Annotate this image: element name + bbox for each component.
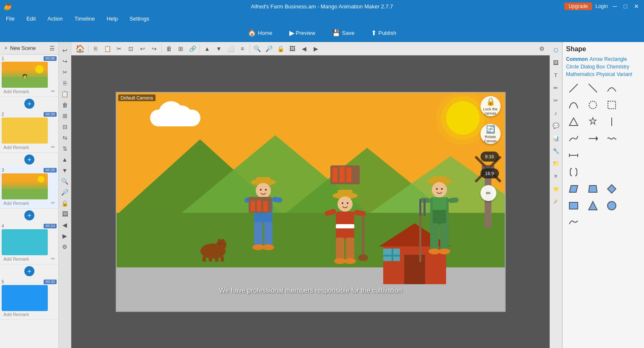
- scene-item-5[interactable]: 5 00:32 Add Remark: [0, 278, 58, 320]
- cat-rectangle[interactable]: Rectangle: [604, 56, 627, 62]
- ct-zoom-in[interactable]: 🔍: [252, 43, 262, 54]
- copy-button[interactable]: ⎘: [60, 78, 70, 88]
- login-button[interactable]: Login: [595, 3, 608, 9]
- zoom-in-button[interactable]: 🔍: [60, 176, 70, 186]
- shape-rect-dash[interactable]: [604, 97, 619, 113]
- shape-line-vert[interactable]: [604, 114, 619, 129]
- cat-circle[interactable]: Circle: [566, 64, 579, 70]
- rp-shapes-icon[interactable]: ⬡: [551, 45, 561, 55]
- cut-button[interactable]: ✂: [60, 67, 70, 77]
- shape-parallelogram[interactable]: [566, 181, 581, 196]
- group-button[interactable]: ⊞: [60, 111, 70, 121]
- shape-line2[interactable]: [566, 131, 581, 146]
- lock-canvas-button[interactable]: 🔒 Lock the canvas: [480, 96, 501, 116]
- scene-add-4[interactable]: ＋: [24, 266, 34, 276]
- home-button[interactable]: 🏠 Home: [244, 27, 277, 39]
- cat-chemistry[interactable]: Chemistry: [607, 64, 629, 70]
- scene-item-2[interactable]: 2 00:29 Add Remark ✏: [0, 110, 58, 153]
- rp-text-icon[interactable]: T: [551, 71, 561, 80]
- shape-curve1[interactable]: [566, 97, 581, 113]
- shape-trapezoid[interactable]: [585, 181, 600, 196]
- save-button[interactable]: 💾 Save: [328, 27, 359, 39]
- ct-group[interactable]: ⊞: [175, 43, 186, 54]
- cat-math[interactable]: Mathematics: [566, 71, 595, 77]
- send-back-button[interactable]: ▼: [60, 165, 70, 175]
- scene-edit-icon-3[interactable]: ✏: [51, 200, 55, 206]
- menu-file[interactable]: File: [3, 15, 17, 23]
- rp-pen-icon[interactable]: ✏: [551, 83, 561, 92]
- flip-h-button[interactable]: ⇆: [60, 133, 70, 143]
- rp-star-icon[interactable]: ⭐: [551, 184, 561, 193]
- ct-thumbnail[interactable]: 🖼: [287, 43, 298, 54]
- flip-v-button[interactable]: ⇅: [60, 144, 70, 154]
- rp-chat-icon[interactable]: 💬: [551, 121, 561, 130]
- ct-link[interactable]: 🔗: [187, 43, 198, 54]
- rp-layers-icon[interactable]: ≡: [551, 171, 561, 181]
- menu-timeline[interactable]: Timeline: [72, 15, 98, 23]
- ct-lock[interactable]: 🔒: [275, 43, 286, 54]
- ct-front[interactable]: ▲: [202, 43, 213, 54]
- minimize-button[interactable]: ─: [611, 3, 619, 10]
- lock-button[interactable]: 🔒: [60, 198, 70, 208]
- shape-wave[interactable]: [604, 131, 619, 146]
- ct-copy[interactable]: ⎘: [90, 43, 101, 54]
- scene-add-2[interactable]: ＋: [24, 154, 34, 165]
- thumbnail-button[interactable]: 🖼: [60, 209, 70, 219]
- cat-variant[interactable]: Variant: [617, 71, 632, 77]
- cat-dialog[interactable]: Dialog Box: [581, 64, 605, 70]
- prev-frame-button[interactable]: ◀: [60, 220, 70, 230]
- close-button[interactable]: ✕: [632, 3, 641, 10]
- ct-next[interactable]: ▶: [310, 43, 321, 54]
- scene-edit-icon-2[interactable]: ✏: [51, 144, 55, 150]
- shape-triangle-filled[interactable]: [585, 198, 600, 213]
- menu-action[interactable]: Action: [45, 15, 65, 23]
- new-scene-button[interactable]: ＋ New Scene: [3, 44, 36, 52]
- aspect-16-9-button[interactable]: 16:9: [480, 168, 499, 178]
- scene-item-4[interactable]: 4 00:24 Add Remark ✏: [0, 222, 58, 264]
- rp-crop-icon[interactable]: ✂: [551, 96, 561, 105]
- rp-music-icon[interactable]: ♪: [551, 108, 561, 118]
- scene-list-icon[interactable]: ☰: [49, 45, 55, 52]
- menu-edit[interactable]: Edit: [24, 15, 38, 23]
- publish-button[interactable]: ⬆ Publish: [367, 27, 400, 39]
- shape-line[interactable]: [566, 81, 581, 96]
- cat-physical[interactable]: Physical: [596, 71, 615, 77]
- scene-edit-icon-1[interactable]: ✏: [51, 89, 55, 94]
- ungroup-button[interactable]: ⊟: [60, 122, 70, 132]
- rotate-canvas-button[interactable]: 🔄 Rotate Canvas: [480, 124, 501, 144]
- restore-button[interactable]: □: [622, 3, 629, 10]
- ct-back[interactable]: ▼: [213, 43, 224, 54]
- rp-folder-icon[interactable]: 📁: [551, 159, 561, 168]
- cat-common[interactable]: Common: [566, 56, 588, 62]
- settings-button[interactable]: ⚙: [60, 242, 70, 252]
- shape-circle-filled[interactable]: [604, 198, 619, 213]
- zoom-out-button[interactable]: 🔎: [60, 187, 70, 197]
- delete-button[interactable]: 🗑: [60, 100, 70, 110]
- rp-chart-icon[interactable]: 📊: [551, 133, 561, 143]
- shape-splash[interactable]: [585, 114, 600, 129]
- canvas-home-button[interactable]: 🏠: [74, 42, 86, 55]
- ct-paste[interactable]: 📋: [102, 43, 113, 54]
- ct-align-center[interactable]: ≡: [237, 43, 248, 54]
- ct-zoom-out[interactable]: 🔎: [263, 43, 274, 54]
- shape-arrow-line[interactable]: [585, 131, 600, 146]
- next-frame-button[interactable]: ▶: [60, 231, 70, 241]
- ct-cut[interactable]: ✂: [114, 43, 125, 54]
- scene-add-1[interactable]: ＋: [24, 99, 34, 109]
- scene-add-3[interactable]: ＋: [24, 210, 34, 220]
- ct-select[interactable]: ⊡: [125, 43, 136, 54]
- shape-wave2[interactable]: [566, 215, 581, 230]
- scene-item-1[interactable]: 1 00:06 🧑 Add Remark ✏: [0, 55, 58, 97]
- ct-settings[interactable]: ⚙: [536, 43, 547, 54]
- bring-front-button[interactable]: ▲: [60, 154, 70, 165]
- rp-image-icon[interactable]: 🖼: [551, 58, 561, 67]
- edit-canvas-button[interactable]: ✏: [480, 185, 496, 201]
- rp-tools-icon[interactable]: 🔧: [551, 146, 561, 155]
- ct-align-left[interactable]: ⬜: [225, 43, 236, 54]
- cat-arrow[interactable]: Arrow: [589, 56, 602, 62]
- scene-edit-icon-4[interactable]: ✏: [51, 256, 55, 262]
- shape-triangle[interactable]: [566, 114, 581, 129]
- ct-prev[interactable]: ◀: [299, 43, 309, 54]
- shape-arc[interactable]: [604, 81, 619, 96]
- shape-diamond[interactable]: [604, 181, 619, 196]
